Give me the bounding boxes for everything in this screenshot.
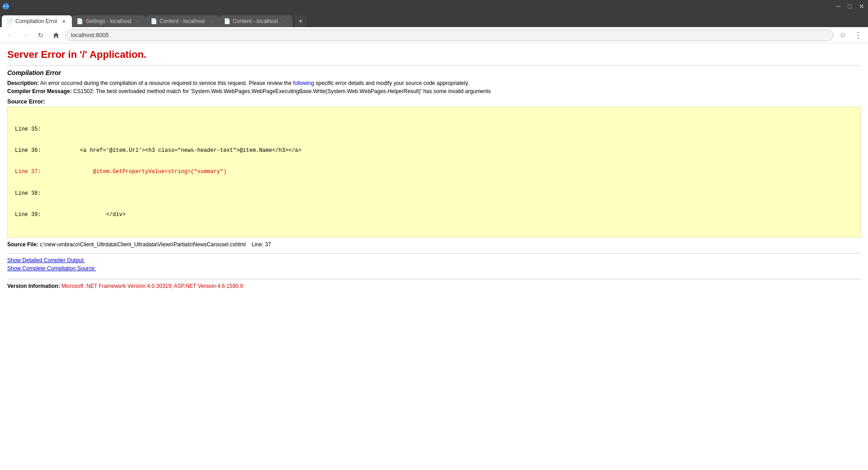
- source-file-line-label: Line:: [247, 241, 264, 248]
- tab-favicon-1: 📄: [6, 18, 13, 24]
- divider-1: [7, 65, 861, 66]
- description-link[interactable]: following: [293, 80, 314, 86]
- tab-settings[interactable]: 📄 Settings - localhost ✕: [72, 15, 146, 27]
- version-text: Microsoft .NET Framework Version:4.0.303…: [61, 283, 243, 289]
- reload-button[interactable]: ↻: [34, 29, 47, 42]
- forward-button[interactable]: →: [19, 29, 32, 42]
- tab-close-1[interactable]: ✕: [60, 18, 67, 25]
- menu-button[interactable]: ⋮: [852, 29, 864, 42]
- maximize-button[interactable]: □: [846, 3, 854, 10]
- tab-label-4: Content - localhost: [233, 18, 278, 24]
- description-text: An error occurred during the compilation…: [40, 80, 469, 86]
- tab-label-2: Settings - localhost: [85, 18, 131, 24]
- tab-content-1[interactable]: 📄 Content - localhost ✕: [146, 15, 219, 27]
- tab-favicon-3: 📄: [151, 18, 157, 24]
- code-line-5: Line 39: </div>: [15, 211, 853, 219]
- source-code-box: Line 35: Line 36: <a href='@item.Url'><h…: [7, 107, 861, 238]
- version-info: Version Information: Microsoft .NET Fram…: [7, 283, 861, 289]
- tab-close-2[interactable]: ✕: [134, 18, 142, 25]
- window-controls: ─ □ ✕: [835, 3, 866, 10]
- tab-label-3: Content - localhost: [160, 18, 205, 24]
- tab-label-1: Compilation Error: [15, 18, 57, 24]
- browser-chrome: ─ □ ✕ 📄 Compilation Error ✕ 📄 Settings -…: [0, 0, 868, 27]
- divider-3: [7, 279, 861, 279]
- server-error-title: Server Error in '/' Application.: [7, 49, 861, 61]
- source-file-line: Source File: c:\new-umbraco\Client_Ultrd…: [7, 241, 861, 248]
- address-input[interactable]: [65, 29, 834, 41]
- tab-close-3[interactable]: ✕: [208, 18, 215, 25]
- tab-compilation-error[interactable]: 📄 Compilation Error ✕: [2, 15, 72, 27]
- show-complete-compilation-link[interactable]: Show Complete Compilation Source:: [7, 265, 861, 272]
- home-button[interactable]: [50, 29, 62, 42]
- compiler-error-line: Compiler Error Message: CS1502: The best…: [7, 88, 861, 94]
- source-error-label: Source Error:: [7, 98, 861, 105]
- bookmark-button[interactable]: ☆: [836, 29, 849, 42]
- new-tab-button[interactable]: +: [294, 15, 307, 27]
- compiler-error-text: CS1502: The best overloaded method match…: [73, 88, 491, 94]
- code-line-3-error: Line 37: @item.GetPropertyValue<string>(…: [15, 168, 853, 176]
- address-bar: ← → ↻ ☆ ⋮: [0, 27, 868, 43]
- browser-icon: [2, 2, 10, 10]
- version-label: Version Information:: [7, 283, 60, 289]
- tab-close-4[interactable]: ✕: [281, 18, 288, 25]
- tab-content-2[interactable]: 📄 Content - localhost ✕: [219, 15, 292, 27]
- tab-favicon-2: 📄: [76, 18, 83, 24]
- code-line-1: Line 35:: [15, 125, 853, 134]
- description-label: Description:: [7, 80, 39, 86]
- divider-2: [7, 253, 861, 254]
- back-button[interactable]: ←: [4, 29, 16, 42]
- source-file-label: Source File:: [7, 241, 38, 248]
- compilation-error-heading: Compilation Error: [7, 69, 861, 76]
- tab-favicon-4: 📄: [224, 18, 230, 24]
- links-section: Show Detailed Compiler Output: Show Comp…: [7, 257, 861, 272]
- title-bar: ─ □ ✕: [0, 0, 868, 13]
- show-detailed-compiler-link[interactable]: Show Detailed Compiler Output:: [7, 257, 861, 263]
- source-file-line-number: 37: [265, 241, 271, 248]
- page-content: Server Error in '/' Application. Compila…: [0, 43, 868, 295]
- title-bar-left: [2, 2, 10, 10]
- close-button[interactable]: ✕: [857, 3, 866, 10]
- code-line-2: Line 36: <a href='@item.Url'><h3 class="…: [15, 146, 853, 155]
- code-line-4: Line 38:: [15, 189, 853, 198]
- tabs-bar: 📄 Compilation Error ✕ 📄 Settings - local…: [0, 13, 868, 27]
- minimize-button[interactable]: ─: [835, 3, 843, 10]
- source-file-path: c:\new-umbraco\Client_Ultrdata\Client_Ul…: [40, 241, 245, 248]
- description-line: Description: An error occurred during th…: [7, 80, 861, 86]
- compiler-error-label: Compiler Error Message:: [7, 88, 72, 94]
